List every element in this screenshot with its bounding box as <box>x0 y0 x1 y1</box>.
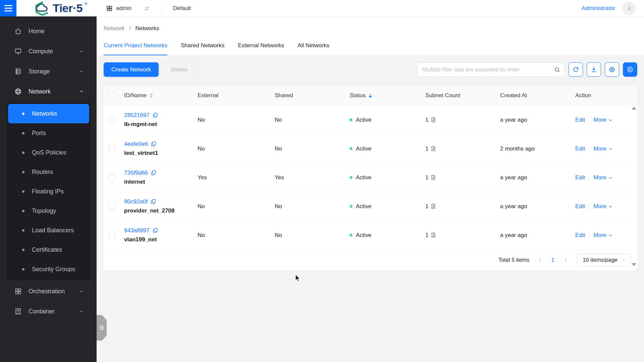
breadcrumb-parent[interactable]: Network <box>104 25 124 32</box>
table-scrollbar[interactable] <box>631 107 636 266</box>
menu-toggle-button[interactable] <box>0 0 16 16</box>
sidebar-item-compute[interactable]: Compute <box>0 41 97 61</box>
network-id-link[interactable]: 28521697 <box>124 112 150 119</box>
file-icon[interactable] <box>430 203 436 209</box>
page-number[interactable]: 1 <box>548 257 557 263</box>
file-icon[interactable] <box>430 232 436 238</box>
sidebar-item-label: Network <box>29 88 51 95</box>
avatar[interactable] <box>623 2 636 15</box>
sidebar-item-container[interactable]: Container <box>0 301 97 321</box>
sidebar-item-storage[interactable]: Storage <box>0 61 97 81</box>
magnifier-icon[interactable] <box>554 66 560 73</box>
status-dot <box>350 234 353 237</box>
network-id-link[interactable]: 943a8997 <box>124 227 150 234</box>
row-checkbox[interactable] <box>109 232 115 239</box>
administrator-link[interactable]: Administrator <box>582 5 615 12</box>
project-name[interactable]: admin <box>116 5 131 12</box>
swap-icon[interactable] <box>144 5 150 12</box>
scroll-up-icon[interactable] <box>632 107 636 110</box>
subnet-count: 1 <box>425 232 428 239</box>
more-link[interactable]: More <box>593 203 613 210</box>
tab-external-networks[interactable]: External Networks <box>238 42 284 55</box>
file-icon[interactable] <box>430 117 436 123</box>
network-id-link[interactable]: 735f9d66 <box>124 170 148 176</box>
network-name: internet <box>124 179 145 185</box>
divider <box>589 146 589 152</box>
more-link[interactable]: More <box>593 232 613 239</box>
sidebar-item-orchestration[interactable]: Orchestration <box>0 281 97 301</box>
prev-page-button[interactable] <box>535 255 545 265</box>
sidebar-item-load-balancers[interactable]: Load Balancers <box>8 221 89 240</box>
copy-icon[interactable] <box>151 141 157 147</box>
bullet-icon <box>22 190 24 193</box>
network-id-link[interactable]: 90c92a0f <box>124 198 148 205</box>
edit-link[interactable]: Edit <box>575 145 585 152</box>
table-row: 28521697 lb-mgmt-net No No Active 1 <box>104 106 637 134</box>
row-checkbox[interactable] <box>109 145 115 152</box>
sort-carets-icon[interactable] <box>150 93 153 98</box>
filter-search-box[interactable] <box>417 62 565 77</box>
more-link[interactable]: More <box>593 145 613 152</box>
tab-shared-networks[interactable]: Shared Networks <box>181 42 224 55</box>
create-network-button[interactable]: Create Network <box>104 62 159 77</box>
domain-name[interactable]: Default <box>173 5 191 12</box>
column-header[interactable]: Status <box>350 92 366 99</box>
sidebar-item-label: Orchestration <box>29 288 65 295</box>
copy-icon[interactable] <box>150 199 156 205</box>
visibility-button[interactable] <box>605 62 619 77</box>
next-page-button[interactable] <box>561 255 570 265</box>
file-icon[interactable] <box>430 174 436 181</box>
grid-icon <box>14 288 22 295</box>
row-checkbox[interactable] <box>109 203 115 210</box>
table-toolbar: Create Network Delete <box>104 62 637 77</box>
tab-current-project-networks[interactable]: Current Project Networks <box>104 42 167 55</box>
sidebar-item-floating-ips[interactable]: Floating IPs <box>8 182 89 201</box>
table-header-row: ID/Name External Shared Status Subnet Co… <box>104 86 637 106</box>
sidebar-item-ports[interactable]: Ports <box>8 123 89 143</box>
edit-link[interactable]: Edit <box>575 174 585 181</box>
copy-icon[interactable] <box>152 228 158 234</box>
created-at-value: 2 months ago <box>496 145 571 152</box>
file-icon[interactable] <box>430 145 436 152</box>
search-input[interactable] <box>422 67 554 73</box>
delete-button[interactable]: Delete <box>163 62 195 77</box>
edit-link[interactable]: Edit <box>575 203 585 210</box>
auto-refresh-button[interactable] <box>623 62 637 77</box>
column-header[interactable]: ID/Name <box>124 92 147 99</box>
row-checkbox[interactable] <box>109 117 115 123</box>
status-badge: Active <box>356 232 371 239</box>
sort-carets-icon[interactable] <box>369 93 372 98</box>
drawer-handle[interactable] <box>97 315 107 341</box>
scroll-down-icon[interactable] <box>632 263 636 266</box>
sidebar-item-network[interactable]: Network <box>0 81 97 102</box>
more-link[interactable]: More <box>593 117 613 123</box>
copy-icon[interactable] <box>151 170 157 176</box>
chevron-right-icon <box>563 257 568 262</box>
external-value: No <box>194 203 271 210</box>
sidebar-item-routers[interactable]: Routers <box>8 162 89 182</box>
page-size-select[interactable]: 10 items/page <box>577 254 631 266</box>
sidebar-item-label: Floating IPs <box>32 188 64 195</box>
sidebar-item-label: Compute <box>29 48 53 55</box>
select-all-checkbox[interactable] <box>109 92 115 99</box>
sidebar-item-certificates[interactable]: Certificates <box>8 240 89 259</box>
edit-link[interactable]: Edit <box>575 117 585 123</box>
sidebar-item-topology[interactable]: Topology <box>8 201 89 221</box>
home-icon <box>14 27 22 35</box>
copy-icon[interactable] <box>152 112 158 118</box>
tab-all-networks[interactable]: All Networks <box>298 42 329 55</box>
sidebar-item-security-groups[interactable]: Security Groups <box>8 259 89 279</box>
row-checkbox[interactable] <box>109 174 115 181</box>
desktop-icon <box>14 48 22 55</box>
bullet-icon <box>22 229 24 232</box>
refresh-button[interactable] <box>569 62 583 77</box>
shared-value: No <box>271 203 345 210</box>
download-button[interactable] <box>587 62 601 77</box>
edit-link[interactable]: Edit <box>575 232 585 239</box>
sidebar-item-networks[interactable]: Networks <box>8 104 89 123</box>
table-row: 90c92a0f provider_net_2708 No No Active … <box>104 192 637 221</box>
network-id-link[interactable]: 4eafe0e6 <box>124 141 148 147</box>
sidebar-item-qos-policies[interactable]: QoS Policies <box>8 143 89 162</box>
sidebar-item-home[interactable]: Home <box>0 21 97 41</box>
more-link[interactable]: More <box>593 174 613 181</box>
